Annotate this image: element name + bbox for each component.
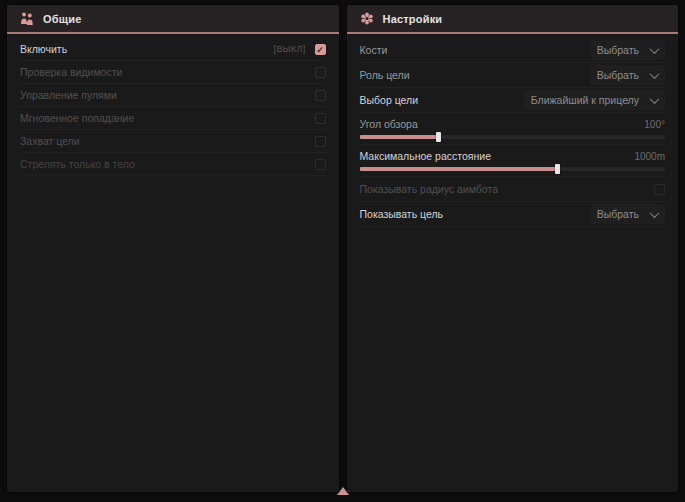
row-show-target-label: Показывать цель [360, 208, 590, 220]
row-bullet-control: Управление пулями [20, 84, 326, 107]
gear-icon [360, 12, 374, 25]
panel-settings-title: Настройки [383, 13, 443, 25]
row-instant-hit-label: Мгновенное попадание [20, 112, 315, 124]
row-fov: Угол обзора 100° [360, 113, 666, 145]
row-show-aimbot-radius-label: Показывать радиус аимбота [360, 183, 655, 195]
panel-settings-header: Настройки [347, 5, 679, 34]
row-visibility-check: Проверка видимости [20, 61, 326, 84]
row-show-target-dropdown[interactable]: Выбрать [590, 204, 665, 224]
row-target-selection-dropdown-value: Ближайший к прицелу [531, 94, 639, 106]
row-bullet-control-checkbox[interactable] [315, 90, 326, 101]
panel-general-header: Общие [7, 5, 339, 34]
row-fov-slider-fill [360, 135, 439, 139]
row-target-lock-checkbox[interactable] [315, 136, 326, 147]
row-bullet-control-label: Управление пулями [20, 89, 315, 101]
row-max-distance-head: Максимальное расстояние 1000m [360, 149, 666, 163]
check-icon: ✓ [316, 45, 324, 55]
row-enable-hotkey[interactable]: [ВЫКЛ] [274, 44, 306, 54]
row-bones-dropdown[interactable]: Выбрать [590, 40, 665, 60]
row-show-aimbot-radius: Показывать радиус аимбота [360, 177, 666, 202]
row-target-role-label: Роль цели [360, 69, 590, 81]
row-max-distance-slider-fill [360, 167, 559, 171]
row-enable-label: Включить [20, 43, 274, 55]
row-fov-slider-thumb[interactable] [436, 132, 441, 142]
row-body-only: Стрелять только в тело [20, 153, 326, 176]
chevron-down-icon [650, 94, 660, 104]
row-show-aimbot-radius-checkbox[interactable] [654, 184, 665, 195]
row-bones: Кости Выбрать [360, 38, 666, 63]
row-target-lock-label: Захват цели [20, 135, 315, 147]
panel-settings: Настройки Кости Выбрать Роль цели Выбрат… [347, 5, 679, 492]
row-max-distance: Максимальное расстояние 1000m [360, 145, 666, 177]
row-max-distance-label: Максимальное расстояние [360, 150, 635, 162]
users-icon [20, 12, 34, 25]
row-show-target: Показывать цель Выбрать [360, 202, 666, 227]
chevron-down-icon [650, 44, 660, 54]
row-max-distance-slider[interactable] [360, 167, 666, 171]
chevron-down-icon [650, 208, 660, 218]
row-bones-label: Кости [360, 44, 590, 56]
row-fov-head: Угол обзора 100° [360, 117, 666, 131]
row-target-selection-label: Выбор цели [360, 94, 524, 106]
row-fov-slider[interactable] [360, 135, 666, 139]
row-enable: Включить [ВЫКЛ] ✓ [20, 38, 326, 61]
chevron-down-icon [650, 69, 660, 79]
row-target-role: Роль цели Выбрать [360, 63, 666, 88]
row-instant-hit: Мгновенное попадание [20, 107, 326, 130]
panel-general-body: Включить [ВЫКЛ] ✓ Проверка видимости Упр… [7, 34, 339, 176]
row-body-only-checkbox[interactable] [315, 159, 326, 170]
row-show-target-dropdown-value: Выбрать [597, 208, 639, 220]
row-visibility-check-label: Проверка видимости [20, 66, 315, 78]
row-max-distance-value: 1000m [634, 151, 665, 162]
row-enable-checkbox[interactable]: ✓ [315, 44, 326, 55]
row-target-role-dropdown-value: Выбрать [597, 69, 639, 81]
row-visibility-check-checkbox[interactable] [315, 67, 326, 78]
row-fov-label: Угол обзора [360, 118, 645, 130]
row-target-lock: Захват цели [20, 130, 326, 153]
row-instant-hit-checkbox[interactable] [315, 113, 326, 124]
row-max-distance-slider-thumb[interactable] [555, 164, 560, 174]
row-target-role-dropdown[interactable]: Выбрать [590, 65, 665, 85]
panel-general: Общие Включить [ВЫКЛ] ✓ Проверка видимос… [7, 5, 339, 492]
panel-settings-body: Кости Выбрать Роль цели Выбрать Выбор це… [347, 34, 679, 227]
row-body-only-label: Стрелять только в тело [20, 158, 315, 170]
row-target-selection-dropdown[interactable]: Ближайший к прицелу [524, 90, 665, 110]
panel-general-title: Общие [43, 13, 82, 25]
settings-window: Общие Включить [ВЫКЛ] ✓ Проверка видимос… [7, 5, 678, 492]
scroll-up-arrow-icon[interactable] [337, 487, 349, 495]
row-fov-value: 100° [644, 119, 665, 130]
row-target-selection: Выбор цели Ближайший к прицелу [360, 88, 666, 113]
row-bones-dropdown-value: Выбрать [597, 44, 639, 56]
